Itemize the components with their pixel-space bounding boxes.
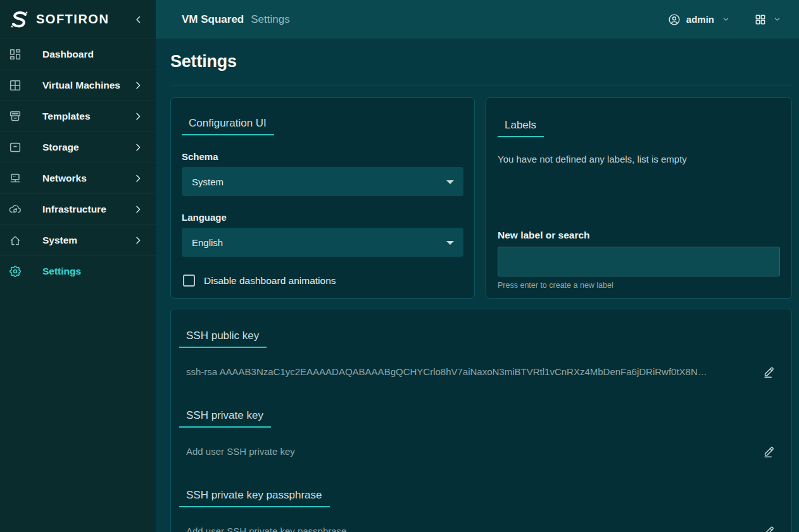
sidebar-collapse-button[interactable] xyxy=(133,14,144,25)
main-content: Settings Configuration UI Schema System … xyxy=(156,39,799,532)
ssh-public-key-title: SSH public key xyxy=(179,330,267,348)
softiron-logo-icon xyxy=(8,9,30,30)
edit-public-key-button[interactable] xyxy=(762,364,776,378)
labels-card: Labels You have not defined any labels, … xyxy=(486,97,792,299)
topbar: VM Squared Settings admin xyxy=(156,0,799,39)
labels-title: Labels xyxy=(498,119,544,137)
sidebar-item-label: Networks xyxy=(42,173,87,184)
networks-icon xyxy=(8,171,22,185)
topbar-product-title: VM Squared xyxy=(182,13,244,26)
storage-icon xyxy=(8,140,22,154)
sidebar-item-label: System xyxy=(42,235,77,246)
sidebar-item-system[interactable]: System xyxy=(0,225,156,256)
chevron-right-icon xyxy=(133,142,143,152)
softiron-logo-text: SOFTIRON xyxy=(36,12,109,27)
ssh-private-key-placeholder: Add user SSH private key xyxy=(186,446,747,457)
ssh-public-key-value: ssh-rsa AAAAB3NzaC1yc2EAAAADAQABAAABgQCH… xyxy=(186,366,747,377)
edit-private-key-button[interactable] xyxy=(762,444,776,458)
page-title: Settings xyxy=(170,52,792,71)
configuration-ui-card: Configuration UI Schema System Language … xyxy=(170,97,475,299)
virtual-machines-icon xyxy=(8,78,22,92)
ssh-passphrase-placeholder: Add user SSH private key passphrase xyxy=(186,526,747,532)
sidebar-item-label: Dashboard xyxy=(42,49,94,60)
apps-menu[interactable] xyxy=(754,13,781,26)
sidebar-item-label: Storage xyxy=(42,142,79,153)
sidebar-item-label: Virtual Machines xyxy=(42,80,120,91)
chevron-right-icon xyxy=(133,80,143,90)
disable-animations-checkbox[interactable] xyxy=(183,275,195,287)
language-select-value: English xyxy=(192,237,223,248)
configuration-ui-title: Configuration UI xyxy=(182,117,274,135)
sidebar-item-storage[interactable]: Storage xyxy=(0,132,156,163)
caret-down-icon xyxy=(446,180,454,184)
chevron-right-icon xyxy=(133,235,143,245)
sidebar-item-label: Settings xyxy=(42,266,81,277)
sidebar-item-dashboard[interactable]: Dashboard xyxy=(0,39,156,70)
edit-passphrase-button[interactable] xyxy=(762,524,776,532)
chevron-right-icon xyxy=(133,204,143,214)
user-menu[interactable]: admin xyxy=(667,13,730,27)
sidebar-item-virtual-machines[interactable]: Virtual Machines xyxy=(0,70,156,101)
softiron-logo[interactable]: SOFTIRON xyxy=(8,9,133,30)
sidebar-item-networks[interactable]: Networks xyxy=(0,163,156,194)
user-circle-icon xyxy=(667,13,681,27)
ssh-passphrase-title: SSH private key passphrase xyxy=(179,489,330,507)
apps-grid-icon xyxy=(754,13,767,26)
chevron-right-icon xyxy=(133,111,143,121)
new-label-label: New label or search xyxy=(498,230,780,241)
sidebar-item-infrastructure[interactable]: Infrastructure xyxy=(0,194,156,225)
templates-icon xyxy=(8,109,22,123)
new-label-helper: Press enter to create a new label xyxy=(498,281,780,290)
infrastructure-icon xyxy=(8,202,22,216)
sidebar-item-templates[interactable]: Templates xyxy=(0,101,156,132)
new-label-input[interactable] xyxy=(498,247,780,276)
sidebar-item-label: Templates xyxy=(42,111,91,122)
page-divider xyxy=(170,85,792,85)
sidebar-item-settings[interactable]: Settings xyxy=(0,256,156,287)
ssh-private-key-title: SSH private key xyxy=(179,409,271,428)
language-label: Language xyxy=(182,212,463,223)
chevron-right-icon xyxy=(133,173,143,183)
language-select[interactable]: English xyxy=(182,228,463,257)
disable-animations-label: Disable dashboard animations xyxy=(204,275,336,287)
sidebar-item-label: Infrastructure xyxy=(42,204,106,215)
caret-down-icon xyxy=(446,241,454,245)
schema-select-value: System xyxy=(192,176,223,187)
dashboard-icon xyxy=(8,47,22,61)
settings-gear-icon xyxy=(8,264,22,278)
labels-empty-message: You have not defined any labels, list is… xyxy=(498,154,780,164)
user-name: admin xyxy=(686,14,714,25)
system-icon xyxy=(8,233,22,247)
ssh-card: SSH public key ssh-rsa AAAAB3NzaC1yc2EAA… xyxy=(170,309,792,532)
schema-label: Schema xyxy=(182,151,463,162)
topbar-page-subtitle: Settings xyxy=(251,13,289,26)
schema-select[interactable]: System xyxy=(182,167,463,196)
chevron-down-icon xyxy=(773,15,781,23)
sidebar: SOFTIRON Dashboard Virtual Machines xyxy=(0,0,156,532)
sidebar-header: SOFTIRON xyxy=(0,0,156,39)
chevron-down-icon xyxy=(722,15,730,23)
